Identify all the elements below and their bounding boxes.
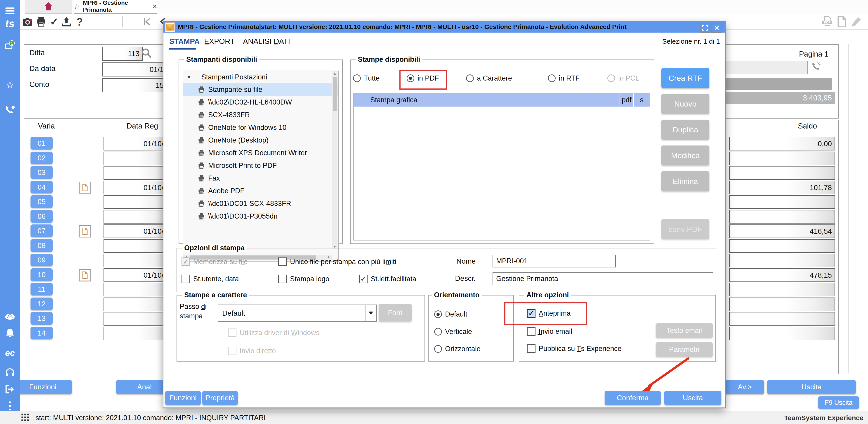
grid-menu-icon[interactable] [22, 414, 29, 422]
checkbox-st-utente-data[interactable]: St.uten̲te, data [182, 275, 239, 283]
radio-orient-default[interactable]: Default [434, 310, 467, 318]
document-attachment-icon[interactable] [79, 225, 91, 237]
first-record-icon[interactable] [142, 16, 153, 27]
row-number-button[interactable]: 03 [31, 166, 53, 179]
dialog-tab-export[interactable]: E̲XPORT [204, 37, 235, 46]
menu-hamburger-icon[interactable] [5, 6, 15, 16]
document-attachment-icon[interactable] [79, 269, 91, 281]
notifications-bell-icon[interactable] [5, 328, 15, 338]
checkbox-invio-email[interactable]: I̲nvio email [527, 327, 572, 336]
checkbox-st-lett-facilitata[interactable]: ✓St.let̲t.facilitata [359, 275, 416, 283]
checkbox-memorizza-su-file[interactable]: ✓Memorizza su fil̲e [182, 257, 248, 266]
window-funzioni-button[interactable]: F̲unzioni [14, 380, 72, 394]
new-document-icon[interactable] [836, 16, 847, 27]
document-attachment-icon[interactable] [79, 182, 91, 193]
printer-tree-root[interactable]: ▼ Stampanti Postazioni [183, 71, 338, 83]
camera-icon[interactable] [23, 16, 33, 27]
dialog-proprieta-button[interactable]: P̲roprietà [202, 391, 238, 405]
maximize-icon[interactable] [700, 23, 710, 33]
data-reg-field[interactable] [103, 327, 167, 340]
dialog-titlebar[interactable]: MPRI - Gestione Primanota|start: MULTI v… [163, 21, 725, 33]
descr-field[interactable]: Gestione Primanota [493, 273, 713, 285]
printer-item[interactable]: Fax [183, 172, 338, 185]
upload-icon[interactable] [61, 16, 72, 27]
tab-active[interactable]: ☆ MPRI - Gestione Primanota ✕ [74, 0, 157, 13]
logout-icon[interactable] [5, 384, 15, 394]
more-options-icon[interactable] [5, 401, 15, 411]
row-number-button[interactable]: 09 [31, 254, 53, 266]
data-reg-field[interactable] [103, 239, 167, 253]
modifica-button[interactable]: Modifica [661, 145, 709, 165]
checkbox-pubblica-ts[interactable]: Pubblica su T̲s Experience [527, 344, 621, 353]
phone-contact-icon[interactable] [5, 105, 15, 114]
row-number-button[interactable]: 06 [31, 210, 53, 223]
right-gray-field[interactable] [725, 61, 808, 74]
conv-pdf-button[interactable]: conv̲.PDF [661, 219, 709, 239]
favorites-star-icon[interactable]: ☆ [5, 80, 15, 90]
dialog-close-icon[interactable]: ✕ [711, 23, 722, 33]
printer-item[interactable]: Microsoft Print to PDF [183, 159, 338, 172]
data-reg-field[interactable] [103, 151, 167, 165]
radio-in-rtf[interactable]: in RTF [548, 74, 580, 82]
dialog-tab-stampa[interactable]: STAMPA [169, 37, 199, 46]
window-avanti-button[interactable]: Av.> [725, 380, 764, 394]
row-number-button[interactable]: 08 [31, 239, 53, 252]
window-uscita-button[interactable]: U̲scita [767, 380, 856, 394]
data-reg-field[interactable] [103, 254, 167, 267]
printer-item[interactable]: Stampante su file [183, 83, 338, 96]
duplica-button[interactable]: Duplica [661, 120, 709, 140]
prints-list-row[interactable]: Stampa grafica pdf s [354, 93, 650, 107]
row-number-button[interactable]: 04 [31, 181, 53, 193]
checkbox-utilizza-driver[interactable]: Utilizza driver di W̲indows [228, 329, 319, 337]
printer-vscrollbar[interactable]: ▲ ▼ [332, 71, 338, 249]
testo-email-button[interactable]: Testo email [656, 323, 713, 338]
user-avatar-icon[interactable] [5, 312, 15, 322]
data-reg-field[interactable]: 01/10/ [103, 224, 167, 238]
nome-field[interactable]: MPRI-001 [493, 255, 616, 267]
printer-item[interactable]: \\dc02\DC02-HL-L6400DW [183, 96, 338, 109]
row-number-button[interactable]: 10 [31, 268, 53, 281]
data-reg-field[interactable]: 01/10/ [103, 268, 167, 282]
tab-home[interactable] [25, 0, 72, 13]
f9-uscita-button[interactable]: F9 Uscita [818, 396, 859, 408]
passo-di-stampa-select[interactable]: Default [218, 305, 377, 322]
radio-orient-verticale[interactable]: Verticale [434, 328, 472, 336]
printer-item[interactable]: Adobe PDF [183, 185, 338, 197]
data-reg-field[interactable] [103, 283, 167, 296]
row-number-button[interactable]: 05 [31, 195, 53, 208]
prints-list[interactable]: Stampa grafica pdf s [353, 93, 650, 241]
conto-field[interactable]: 15 [102, 78, 167, 92]
edit-pencil-icon[interactable] [851, 16, 862, 27]
elimina-button[interactable]: Elimina [661, 171, 709, 191]
documents-badge-icon[interactable]: 1 [5, 40, 15, 50]
check-icon[interactable]: ✓ [49, 16, 60, 27]
close-icon[interactable]: ✕ [152, 3, 157, 10]
font-button[interactable]: Font̲ [379, 304, 412, 321]
printer-item[interactable]: \\dc01\DC01-P3055dn [183, 210, 338, 223]
dropdown-arrow-icon[interactable] [365, 305, 376, 321]
ditta-field[interactable]: 113 [102, 47, 143, 61]
printer-item[interactable]: OneNote (Desktop) [183, 134, 338, 147]
row-number-button[interactable]: 14 [31, 327, 53, 339]
radio-a-carattere[interactable]: a Carattere [466, 74, 512, 82]
data-reg-field[interactable]: 01/10/ [103, 137, 167, 150]
radio-in-pcl[interactable]: in PCL [608, 74, 639, 82]
checkbox-unico-file[interactable]: Unico file per stampa con più lim̲iti [278, 257, 396, 266]
phone-refresh-icon[interactable] [811, 61, 822, 73]
data-reg-field[interactable] [103, 298, 167, 311]
data-reg-field[interactable] [103, 166, 167, 180]
data-reg-field[interactable] [103, 210, 167, 224]
row-number-button[interactable]: 12 [31, 298, 53, 310]
printer-icon[interactable] [36, 16, 46, 27]
chevron-down-icon[interactable]: ▼ [186, 74, 191, 80]
search-icon[interactable] [141, 48, 152, 59]
row-number-button[interactable]: 13 [31, 312, 53, 325]
parametri-button[interactable]: Parametri [656, 342, 713, 357]
ec-logo[interactable]: ec [5, 348, 15, 358]
row-number-button[interactable]: 02 [31, 151, 53, 164]
radio-orient-orizzontale[interactable]: Orizzontale [434, 345, 480, 353]
row-number-button[interactable]: 01 [31, 137, 53, 149]
dialog-tab-analisi-dati[interactable]: ANALISI D̲ATI [243, 37, 290, 46]
printer-item[interactable]: SCX-4833FR [183, 109, 338, 121]
printer-item[interactable]: Microsoft XPS Document Writer [183, 147, 338, 159]
